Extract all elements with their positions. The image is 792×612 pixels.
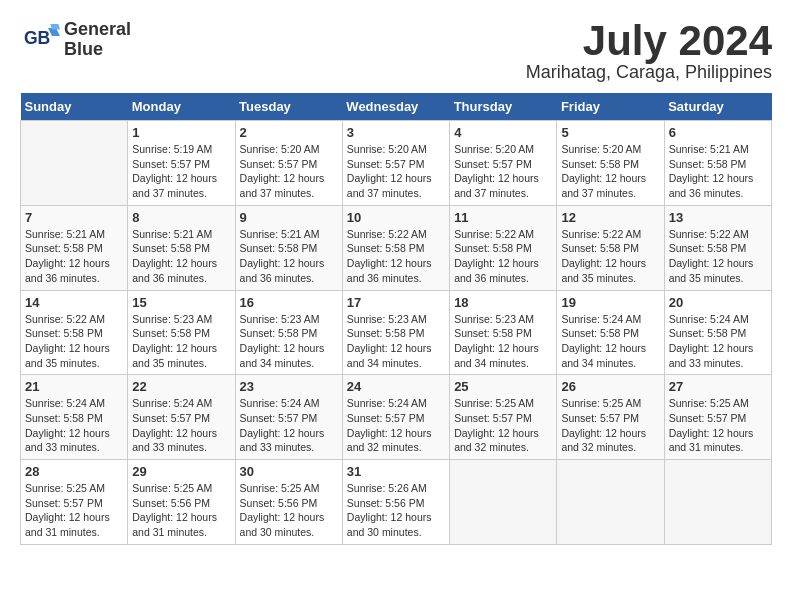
day-number: 28 (25, 464, 123, 479)
calendar-week-3: 14Sunrise: 5:22 AMSunset: 5:58 PMDayligh… (21, 290, 772, 375)
table-row: 17Sunrise: 5:23 AMSunset: 5:58 PMDayligh… (342, 290, 449, 375)
calendar-header-row: Sunday Monday Tuesday Wednesday Thursday… (21, 93, 772, 121)
table-row: 30Sunrise: 5:25 AMSunset: 5:56 PMDayligh… (235, 460, 342, 545)
svg-text:B: B (38, 28, 51, 48)
table-row: 3Sunrise: 5:20 AMSunset: 5:57 PMDaylight… (342, 121, 449, 206)
day-detail: Sunrise: 5:20 AMSunset: 5:57 PMDaylight:… (454, 142, 552, 201)
calendar-week-1: 1Sunrise: 5:19 AMSunset: 5:57 PMDaylight… (21, 121, 772, 206)
table-row: 21Sunrise: 5:24 AMSunset: 5:58 PMDayligh… (21, 375, 128, 460)
day-detail: Sunrise: 5:26 AMSunset: 5:56 PMDaylight:… (347, 481, 445, 540)
calendar-week-5: 28Sunrise: 5:25 AMSunset: 5:57 PMDayligh… (21, 460, 772, 545)
header-monday: Monday (128, 93, 235, 121)
logo-icon: G B (20, 20, 60, 60)
day-detail: Sunrise: 5:23 AMSunset: 5:58 PMDaylight:… (240, 312, 338, 371)
day-number: 20 (669, 295, 767, 310)
table-row: 26Sunrise: 5:25 AMSunset: 5:57 PMDayligh… (557, 375, 664, 460)
logo-line1: General (64, 20, 131, 40)
day-detail: Sunrise: 5:24 AMSunset: 5:58 PMDaylight:… (25, 396, 123, 455)
day-detail: Sunrise: 5:23 AMSunset: 5:58 PMDaylight:… (454, 312, 552, 371)
calendar-week-2: 7Sunrise: 5:21 AMSunset: 5:58 PMDaylight… (21, 205, 772, 290)
day-number: 17 (347, 295, 445, 310)
table-row (664, 460, 771, 545)
day-detail: Sunrise: 5:22 AMSunset: 5:58 PMDaylight:… (347, 227, 445, 286)
day-detail: Sunrise: 5:25 AMSunset: 5:57 PMDaylight:… (25, 481, 123, 540)
table-row: 2Sunrise: 5:20 AMSunset: 5:57 PMDaylight… (235, 121, 342, 206)
day-number: 24 (347, 379, 445, 394)
day-number: 3 (347, 125, 445, 140)
day-detail: Sunrise: 5:21 AMSunset: 5:58 PMDaylight:… (25, 227, 123, 286)
day-detail: Sunrise: 5:25 AMSunset: 5:57 PMDaylight:… (561, 396, 659, 455)
table-row: 23Sunrise: 5:24 AMSunset: 5:57 PMDayligh… (235, 375, 342, 460)
table-row (557, 460, 664, 545)
table-row: 14Sunrise: 5:22 AMSunset: 5:58 PMDayligh… (21, 290, 128, 375)
day-number: 8 (132, 210, 230, 225)
table-row: 6Sunrise: 5:21 AMSunset: 5:58 PMDaylight… (664, 121, 771, 206)
day-number: 21 (25, 379, 123, 394)
day-detail: Sunrise: 5:24 AMSunset: 5:57 PMDaylight:… (347, 396, 445, 455)
day-number: 13 (669, 210, 767, 225)
day-number: 7 (25, 210, 123, 225)
day-detail: Sunrise: 5:23 AMSunset: 5:58 PMDaylight:… (132, 312, 230, 371)
table-row: 11Sunrise: 5:22 AMSunset: 5:58 PMDayligh… (450, 205, 557, 290)
table-row: 9Sunrise: 5:21 AMSunset: 5:58 PMDaylight… (235, 205, 342, 290)
day-detail: Sunrise: 5:25 AMSunset: 5:56 PMDaylight:… (240, 481, 338, 540)
day-detail: Sunrise: 5:19 AMSunset: 5:57 PMDaylight:… (132, 142, 230, 201)
calendar-table: Sunday Monday Tuesday Wednesday Thursday… (20, 93, 772, 545)
day-number: 15 (132, 295, 230, 310)
table-row: 12Sunrise: 5:22 AMSunset: 5:58 PMDayligh… (557, 205, 664, 290)
day-detail: Sunrise: 5:25 AMSunset: 5:57 PMDaylight:… (669, 396, 767, 455)
header-friday: Friday (557, 93, 664, 121)
day-detail: Sunrise: 5:24 AMSunset: 5:58 PMDaylight:… (561, 312, 659, 371)
day-number: 2 (240, 125, 338, 140)
day-detail: Sunrise: 5:21 AMSunset: 5:58 PMDaylight:… (669, 142, 767, 201)
logo: G B General Blue (20, 20, 131, 60)
day-detail: Sunrise: 5:24 AMSunset: 5:58 PMDaylight:… (669, 312, 767, 371)
day-number: 16 (240, 295, 338, 310)
page-header: G B General Blue July 2024 Marihatag, Ca… (20, 20, 772, 83)
table-row: 19Sunrise: 5:24 AMSunset: 5:58 PMDayligh… (557, 290, 664, 375)
day-detail: Sunrise: 5:22 AMSunset: 5:58 PMDaylight:… (454, 227, 552, 286)
calendar-week-4: 21Sunrise: 5:24 AMSunset: 5:58 PMDayligh… (21, 375, 772, 460)
table-row: 10Sunrise: 5:22 AMSunset: 5:58 PMDayligh… (342, 205, 449, 290)
table-row: 5Sunrise: 5:20 AMSunset: 5:58 PMDaylight… (557, 121, 664, 206)
day-number: 5 (561, 125, 659, 140)
table-row: 13Sunrise: 5:22 AMSunset: 5:58 PMDayligh… (664, 205, 771, 290)
table-row: 29Sunrise: 5:25 AMSunset: 5:56 PMDayligh… (128, 460, 235, 545)
day-detail: Sunrise: 5:20 AMSunset: 5:57 PMDaylight:… (347, 142, 445, 201)
day-detail: Sunrise: 5:20 AMSunset: 5:58 PMDaylight:… (561, 142, 659, 201)
table-row: 24Sunrise: 5:24 AMSunset: 5:57 PMDayligh… (342, 375, 449, 460)
table-row: 16Sunrise: 5:23 AMSunset: 5:58 PMDayligh… (235, 290, 342, 375)
logo-text: General Blue (64, 20, 131, 60)
table-row: 8Sunrise: 5:21 AMSunset: 5:58 PMDaylight… (128, 205, 235, 290)
header-thursday: Thursday (450, 93, 557, 121)
day-detail: Sunrise: 5:24 AMSunset: 5:57 PMDaylight:… (240, 396, 338, 455)
day-number: 6 (669, 125, 767, 140)
table-row: 27Sunrise: 5:25 AMSunset: 5:57 PMDayligh… (664, 375, 771, 460)
day-detail: Sunrise: 5:20 AMSunset: 5:57 PMDaylight:… (240, 142, 338, 201)
day-number: 18 (454, 295, 552, 310)
day-number: 31 (347, 464, 445, 479)
day-number: 19 (561, 295, 659, 310)
table-row: 18Sunrise: 5:23 AMSunset: 5:58 PMDayligh… (450, 290, 557, 375)
table-row (450, 460, 557, 545)
header-wednesday: Wednesday (342, 93, 449, 121)
table-row: 1Sunrise: 5:19 AMSunset: 5:57 PMDaylight… (128, 121, 235, 206)
day-detail: Sunrise: 5:21 AMSunset: 5:58 PMDaylight:… (240, 227, 338, 286)
title-section: July 2024 Marihatag, Caraga, Philippines (526, 20, 772, 83)
table-row: 31Sunrise: 5:26 AMSunset: 5:56 PMDayligh… (342, 460, 449, 545)
header-saturday: Saturday (664, 93, 771, 121)
day-detail: Sunrise: 5:22 AMSunset: 5:58 PMDaylight:… (561, 227, 659, 286)
logo-line2: Blue (64, 40, 131, 60)
day-number: 11 (454, 210, 552, 225)
day-number: 26 (561, 379, 659, 394)
svg-marker-3 (50, 24, 60, 30)
day-detail: Sunrise: 5:22 AMSunset: 5:58 PMDaylight:… (669, 227, 767, 286)
day-number: 25 (454, 379, 552, 394)
svg-text:G: G (24, 28, 38, 48)
month-title: July 2024 (526, 20, 772, 62)
day-detail: Sunrise: 5:25 AMSunset: 5:57 PMDaylight:… (454, 396, 552, 455)
day-detail: Sunrise: 5:21 AMSunset: 5:58 PMDaylight:… (132, 227, 230, 286)
header-sunday: Sunday (21, 93, 128, 121)
day-detail: Sunrise: 5:22 AMSunset: 5:58 PMDaylight:… (25, 312, 123, 371)
day-detail: Sunrise: 5:23 AMSunset: 5:58 PMDaylight:… (347, 312, 445, 371)
